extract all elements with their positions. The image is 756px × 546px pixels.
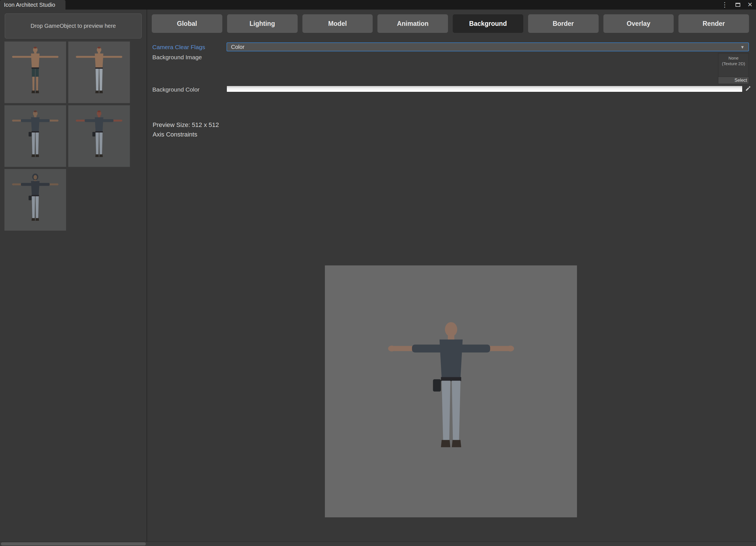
eyedropper-icon[interactable] [744,85,752,92]
chevron-down-icon: ▼ [740,45,744,49]
character-figure [386,318,516,463]
window-title: Icon Architect Studio [4,2,55,8]
background-color-swatch[interactable] [227,86,743,92]
eyedropper-glyph [744,85,751,92]
character-figure [75,46,123,99]
preview-thumbnail[interactable] [4,41,66,103]
preview-thumbnail[interactable] [68,105,130,167]
preview-thumbnail[interactable] [68,41,130,103]
character-figure [11,110,59,163]
window-controls: ⋮ ✕ [721,0,753,10]
character-figure [11,173,59,227]
character-figure [11,46,59,99]
tab-overlay[interactable]: Overlay [603,14,674,33]
preview-size-text: Preview Size: 512 x 512 [153,121,219,129]
editor-window: Icon Architect Studio ⋮ ✕ Drop GameObjec… [0,0,756,546]
tab-bar: GlobalLightingModelAnimationBackgroundBo… [152,14,749,33]
tab-animation[interactable]: Animation [377,14,448,33]
preview-thumbnail[interactable] [4,169,66,231]
bottom-bar [0,542,756,546]
preview-thumbnail[interactable] [4,105,66,167]
preview-canvas[interactable] [325,266,577,517]
close-icon[interactable]: ✕ [748,1,753,8]
tab-lighting[interactable]: Lighting [227,14,298,33]
window-menu-icon[interactable]: ⋮ [721,1,728,9]
tab-render[interactable]: Render [678,14,749,33]
maximize-glyph [735,3,740,7]
titlebar: Icon Architect Studio ⋮ ✕ [0,0,756,10]
tab-model[interactable]: Model [302,14,373,33]
drop-gameobject-target[interactable]: Drop GameObject to preview here [5,13,142,39]
preview-character [386,318,516,464]
camera-clear-flags-dropdown[interactable]: Color ▼ [227,42,749,51]
tab-global[interactable]: Global [152,14,222,33]
character-figure [75,110,123,163]
panel-divider[interactable] [146,10,147,542]
thumbnail-grid [4,41,130,231]
drop-target-label: Drop GameObject to preview here [31,23,116,29]
camera-clear-flags-label: Camera Clear Flags [152,44,205,51]
maximize-icon[interactable] [735,3,740,7]
axis-constraints-text: Axis Constraints [153,131,197,138]
camera-clear-flags-value: Color [231,44,245,50]
horizontal-scrollbar[interactable] [1,542,146,545]
background-image-object-field[interactable]: None (Texture 2D) Select [718,53,749,84]
preview-sidebar: Drop GameObject to preview here [0,10,146,542]
background-image-select-button[interactable]: Select [718,77,749,84]
background-image-label: Background Image [152,54,202,61]
tab-border[interactable]: Border [528,14,599,33]
tab-background[interactable]: Background [453,14,523,33]
window-tab[interactable]: Icon Architect Studio [0,0,65,10]
background-image-none-value: None (Texture 2D) [718,53,749,67]
background-color-label: Background Color [152,86,200,93]
